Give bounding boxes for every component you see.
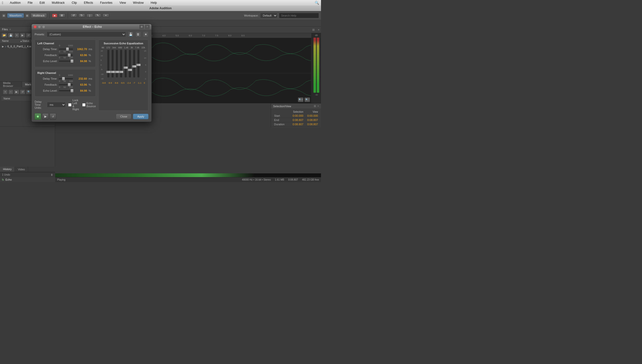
markers-search-btn[interactable]: 🔍: [26, 90, 32, 94]
panel-float-btn[interactable]: ⊞: [311, 28, 316, 32]
left-el-mid: 50: [63, 56, 66, 59]
cursor-button[interactable]: |: [87, 14, 93, 17]
col-status-header[interactable]: Status: [22, 40, 31, 42]
brush-button[interactable]: ⌖: [103, 14, 109, 17]
menu-multitrack[interactable]: Multitrack: [50, 1, 66, 5]
right-echo-slider[interactable]: 0 50 100: [59, 88, 73, 93]
files-loop-btn[interactable]: ↺: [26, 33, 31, 38]
tab-media-browser[interactable]: Media Browser: [0, 82, 22, 87]
eq-vthumb-689[interactable]: [119, 71, 123, 73]
menu-audition[interactable]: Audition: [8, 1, 22, 5]
left-echo-thumb[interactable]: [70, 59, 73, 63]
redo-button[interactable]: ↻: [78, 14, 85, 17]
menu-effects[interactable]: Effects: [83, 1, 95, 5]
zoom-in-btn[interactable]: 🔍+: [298, 97, 303, 102]
lock-checkbox-label[interactable]: Lock Left & Right: [68, 99, 80, 111]
sel-start-val2[interactable]: 0:00.000: [303, 114, 318, 117]
eq-vslider-1.4k[interactable]: [125, 50, 127, 77]
eq-vslider-344[interactable]: [116, 50, 118, 77]
sel-end-val2[interactable]: 0:08.807: [303, 118, 318, 122]
dialog-min-traffic[interactable]: [38, 25, 41, 28]
eq-vthumb-3k[interactable]: [128, 69, 132, 71]
sel-start-val1[interactable]: 0:00.000: [289, 114, 303, 117]
eq-vthumb-86[interactable]: [106, 71, 111, 73]
zoom-out-btn[interactable]: 🔍-: [304, 97, 310, 102]
echo-bounce-checkbox[interactable]: [82, 103, 86, 106]
dialog-help-icon[interactable]: ?: [145, 25, 149, 29]
loop-transport-btn[interactable]: ↺: [50, 113, 56, 120]
menu-favorites[interactable]: Favorites: [99, 1, 114, 5]
eq-vthumb-344[interactable]: [115, 71, 119, 73]
menu-view[interactable]: View: [118, 1, 127, 5]
eq-vslider-3k[interactable]: [129, 50, 131, 77]
selection-panel-header: Selection/View ⊞ ×: [271, 103, 321, 109]
menu-help[interactable]: Help: [149, 1, 158, 5]
files-close-btn[interactable]: ×: [15, 33, 19, 38]
right-delay-value: 232.60: [74, 77, 87, 80]
record-button[interactable]: ●: [52, 14, 57, 17]
markers-play-btn[interactable]: ▶: [14, 90, 19, 94]
workspace-select[interactable]: Default: [260, 13, 277, 18]
waveform-button[interactable]: Waveform: [7, 13, 24, 18]
eq-val-22k: 0: [144, 82, 145, 84]
lock-checkbox[interactable]: [68, 103, 71, 106]
panel-close-icon[interactable]: ×: [317, 104, 319, 108]
echo-bounce-checkbox-label[interactable]: Echo Bounce: [82, 102, 96, 108]
eq-vslider-22k[interactable]: [137, 50, 139, 77]
apple-menu[interactable]: : [2, 1, 3, 5]
trash-icon[interactable]: 🗑: [51, 173, 53, 176]
right-echo-thumb[interactable]: [70, 89, 73, 92]
multitrack-button[interactable]: Multitrack: [31, 13, 47, 18]
right-delay-scale: 0 1000: [59, 74, 73, 76]
eq-vslider-689[interactable]: [120, 50, 122, 77]
eq-vthumb-1.4k[interactable]: [123, 66, 128, 69]
sel-dur-val1[interactable]: 0:08.807: [289, 123, 303, 126]
files-save-btn[interactable]: 💾: [8, 33, 14, 38]
undo-button[interactable]: ↺: [70, 14, 77, 17]
tab-video[interactable]: Video: [15, 167, 28, 172]
workspace-label: Workspace:: [244, 14, 259, 17]
panel-close-btn[interactable]: ×: [316, 28, 321, 32]
play-transport-btn[interactable]: ▶: [42, 113, 49, 120]
sel-dur-val2[interactable]: 0:08.807: [303, 123, 318, 126]
dialog-close-button[interactable]: Close: [116, 114, 131, 119]
sel-end-val1[interactable]: 0:08.807: [289, 118, 303, 122]
search-icon[interactable]: 🔍: [315, 1, 319, 5]
toolbar-divider2: [68, 13, 68, 19]
menu-file[interactable]: File: [26, 1, 34, 5]
search-input[interactable]: [279, 13, 319, 18]
markers-add-btn[interactable]: +: [3, 90, 8, 94]
eq-vslider-7.4k[interactable]: [133, 50, 135, 77]
col-name-header[interactable]: Name: [2, 40, 20, 42]
right-delay-unit: ms: [89, 77, 93, 80]
files-panel-close[interactable]: ×: [9, 28, 11, 31]
delay-units-select[interactable]: mssamplesbeats: [47, 102, 66, 107]
loop-button[interactable]: ⊞: [59, 14, 65, 17]
markers-loop-btn[interactable]: ↺: [20, 90, 25, 94]
markers-del-btn[interactable]: −: [9, 90, 13, 94]
dialog-close-traffic[interactable]: [34, 25, 37, 28]
eq-vslider-86[interactable]: [107, 50, 109, 77]
eq-vslider-172[interactable]: [112, 50, 114, 77]
presets-select[interactable]: (Custom): [47, 32, 126, 37]
dialog-settings-icon[interactable]: ⚙: [139, 25, 144, 29]
record-transport-btn[interactable]: ⏺: [35, 113, 41, 120]
menu-clip[interactable]: Clip: [70, 1, 78, 5]
tab-history[interactable]: History: [0, 167, 15, 172]
preset-star-btn[interactable]: ★: [143, 32, 148, 37]
files-open-btn[interactable]: 📂: [2, 33, 7, 38]
left-echo-slider[interactable]: 0 50 100: [59, 59, 73, 63]
eq-vthumb-22k[interactable]: [136, 64, 141, 66]
pencil-button[interactable]: ✎: [95, 14, 101, 17]
eq-vthumb-172[interactable]: [110, 71, 115, 73]
menu-window[interactable]: Window: [131, 1, 145, 5]
preset-save-btn[interactable]: 💾: [128, 32, 133, 37]
preset-delete-btn[interactable]: 🗑: [135, 32, 141, 37]
dialog-max-traffic[interactable]: [42, 25, 45, 28]
menu-edit[interactable]: Edit: [38, 1, 46, 5]
panel-expand-icon[interactable]: ⊞: [314, 104, 316, 108]
dialog-apply-button[interactable]: Apply: [133, 114, 148, 119]
history-item-echo[interactable]: fx Echo: [0, 177, 55, 182]
eq-vthumb-7.4k[interactable]: [132, 65, 136, 68]
files-play-btn[interactable]: ▶: [20, 33, 25, 38]
